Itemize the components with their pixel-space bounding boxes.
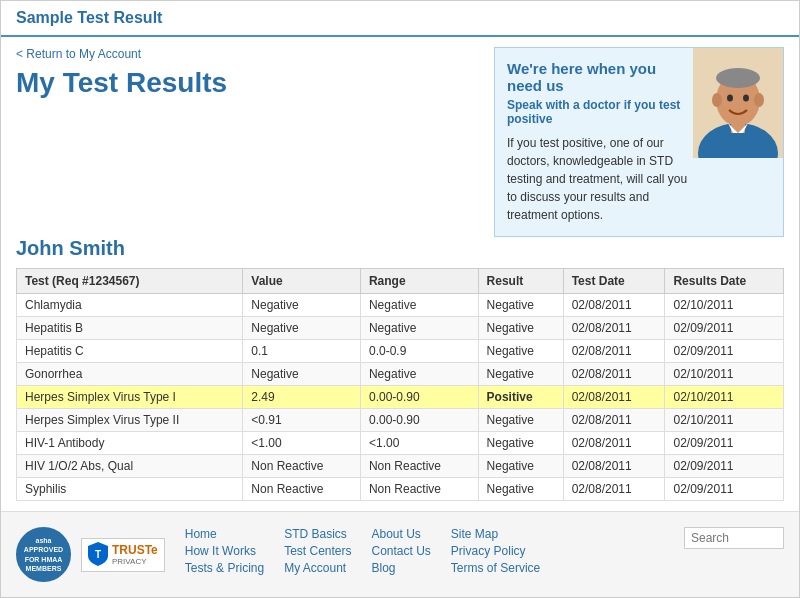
- footer-link-blog[interactable]: Blog: [372, 561, 431, 575]
- table-body: ChlamydiaNegativeNegativeNegative02/08/2…: [17, 294, 784, 501]
- footer-col-3: About Us Contact Us Blog: [372, 527, 431, 575]
- col-range: Range: [360, 269, 478, 294]
- page-footer: ashaAPPROVEDFOR HMAAMEMBERS T TRUSTe PRI…: [1, 511, 799, 597]
- cell-testDate: 02/08/2011: [563, 432, 665, 455]
- promo-header: We're here when you need us: [507, 60, 691, 94]
- footer-search: [684, 527, 784, 549]
- cell-value: 2.49: [243, 386, 361, 409]
- svg-point-7: [727, 95, 733, 102]
- search-input[interactable]: [684, 527, 784, 549]
- table-row: Hepatitis C0.10.0-0.9Negative02/08/20110…: [17, 340, 784, 363]
- footer-logos: ashaAPPROVEDFOR HMAAMEMBERS T TRUSTe PRI…: [16, 527, 165, 582]
- main-content: Return to My Account My Test Results We'…: [1, 37, 799, 511]
- cell-range: <1.00: [360, 432, 478, 455]
- table-row: GonorrheaNegativeNegativeNegative02/08/2…: [17, 363, 784, 386]
- cell-result: Negative: [478, 363, 563, 386]
- cell-resultsDate: 02/09/2011: [665, 455, 784, 478]
- col-resultsdate: Results Date: [665, 269, 784, 294]
- cell-testDate: 02/08/2011: [563, 409, 665, 432]
- footer-link-howitworks[interactable]: How It Works: [185, 544, 264, 558]
- cell-value: Negative: [243, 294, 361, 317]
- table-head: Test (Req #1234567) Value Range Result T…: [17, 269, 784, 294]
- cell-result: Negative: [478, 478, 563, 501]
- page-title: My Test Results: [16, 67, 479, 99]
- cell-range: Negative: [360, 317, 478, 340]
- cell-test: Herpes Simplex Virus Type II: [17, 409, 243, 432]
- cell-testDate: 02/08/2011: [563, 455, 665, 478]
- cell-resultsDate: 02/09/2011: [665, 478, 784, 501]
- table-row: Herpes Simplex Virus Type II<0.910.00-0.…: [17, 409, 784, 432]
- return-link[interactable]: Return to My Account: [16, 47, 479, 61]
- cell-testDate: 02/08/2011: [563, 478, 665, 501]
- cell-test: Herpes Simplex Virus Type I: [17, 386, 243, 409]
- footer-link-testcenters[interactable]: Test Centers: [284, 544, 351, 558]
- truste-logo: T TRUSTe PRIVACY: [81, 538, 165, 572]
- table-header-row: Test (Req #1234567) Value Range Result T…: [17, 269, 784, 294]
- footer-link-tests[interactable]: Tests & Pricing: [185, 561, 264, 575]
- truste-sub: PRIVACY: [112, 557, 158, 566]
- cell-test: Hepatitis C: [17, 340, 243, 363]
- table-row: Hepatitis BNegativeNegativeNegative02/08…: [17, 317, 784, 340]
- cell-result: Positive: [478, 386, 563, 409]
- cell-testDate: 02/08/2011: [563, 317, 665, 340]
- content-row: Return to My Account My Test Results We'…: [16, 47, 784, 237]
- full-left: Return to My Account My Test Results We'…: [16, 47, 784, 501]
- title-area: Return to My Account My Test Results: [16, 47, 479, 237]
- cell-value: Non Reactive: [243, 478, 361, 501]
- footer-link-contact[interactable]: Contact Us: [372, 544, 431, 558]
- footer-link-terms[interactable]: Terms of Service: [451, 561, 540, 575]
- footer-link-myaccount[interactable]: My Account: [284, 561, 351, 575]
- doctor-image: [693, 48, 783, 158]
- footer-link-sitemap[interactable]: Site Map: [451, 527, 540, 541]
- patient-name: John Smith: [16, 237, 784, 260]
- cell-range: Negative: [360, 294, 478, 317]
- cell-testDate: 02/08/2011: [563, 363, 665, 386]
- cell-resultsDate: 02/09/2011: [665, 340, 784, 363]
- cell-result: Negative: [478, 432, 563, 455]
- page-header-title: Sample Test Result: [16, 9, 784, 27]
- svg-text:T: T: [95, 549, 101, 560]
- table-row: Herpes Simplex Virus Type I2.490.00-0.90…: [17, 386, 784, 409]
- cell-resultsDate: 02/10/2011: [665, 386, 784, 409]
- cell-result: Negative: [478, 340, 563, 363]
- cell-test: Hepatitis B: [17, 317, 243, 340]
- col-test: Test (Req #1234567): [17, 269, 243, 294]
- col-value: Value: [243, 269, 361, 294]
- cell-test: HIV-1 Antibody: [17, 432, 243, 455]
- truste-label: TRUSTe: [112, 543, 158, 557]
- cell-value: 0.1: [243, 340, 361, 363]
- cell-range: 0.0-0.9: [360, 340, 478, 363]
- cell-resultsDate: 02/09/2011: [665, 317, 784, 340]
- table-row: SyphilisNon ReactiveNon ReactiveNegative…: [17, 478, 784, 501]
- cell-value: <1.00: [243, 432, 361, 455]
- cell-resultsDate: 02/09/2011: [665, 432, 784, 455]
- cell-value: Non Reactive: [243, 455, 361, 478]
- page-header: Sample Test Result: [1, 1, 799, 37]
- cell-result: Negative: [478, 455, 563, 478]
- footer-link-home[interactable]: Home: [185, 527, 264, 541]
- table-row: HIV-1 Antibody<1.00<1.00Negative02/08/20…: [17, 432, 784, 455]
- cell-testDate: 02/08/2011: [563, 294, 665, 317]
- cell-testDate: 02/08/2011: [563, 386, 665, 409]
- footer-col-1: Home How It Works Tests & Pricing: [185, 527, 264, 575]
- cell-testDate: 02/08/2011: [563, 340, 665, 363]
- cell-resultsDate: 02/10/2011: [665, 409, 784, 432]
- svg-point-6: [754, 93, 764, 107]
- promo-text: If you test positive, one of our doctors…: [507, 134, 691, 224]
- promo-subheader: Speak with a doctor if you test positive: [507, 98, 691, 126]
- footer-col-4: Site Map Privacy Policy Terms of Service: [451, 527, 540, 575]
- cell-resultsDate: 02/10/2011: [665, 294, 784, 317]
- footer-link-privacy[interactable]: Privacy Policy: [451, 544, 540, 558]
- col-result: Result: [478, 269, 563, 294]
- cell-test: Gonorrhea: [17, 363, 243, 386]
- cell-range: Non Reactive: [360, 455, 478, 478]
- table-row: HIV 1/O/2 Abs, QualNon ReactiveNon React…: [17, 455, 784, 478]
- cell-test: Chlamydia: [17, 294, 243, 317]
- cell-test: Syphilis: [17, 478, 243, 501]
- table-row: ChlamydiaNegativeNegativeNegative02/08/2…: [17, 294, 784, 317]
- footer-link-aboutus[interactable]: About Us: [372, 527, 431, 541]
- svg-point-5: [712, 93, 722, 107]
- truste-icon: T: [88, 542, 108, 568]
- footer-link-stdbasics[interactable]: STD Basics: [284, 527, 351, 541]
- cell-resultsDate: 02/10/2011: [665, 363, 784, 386]
